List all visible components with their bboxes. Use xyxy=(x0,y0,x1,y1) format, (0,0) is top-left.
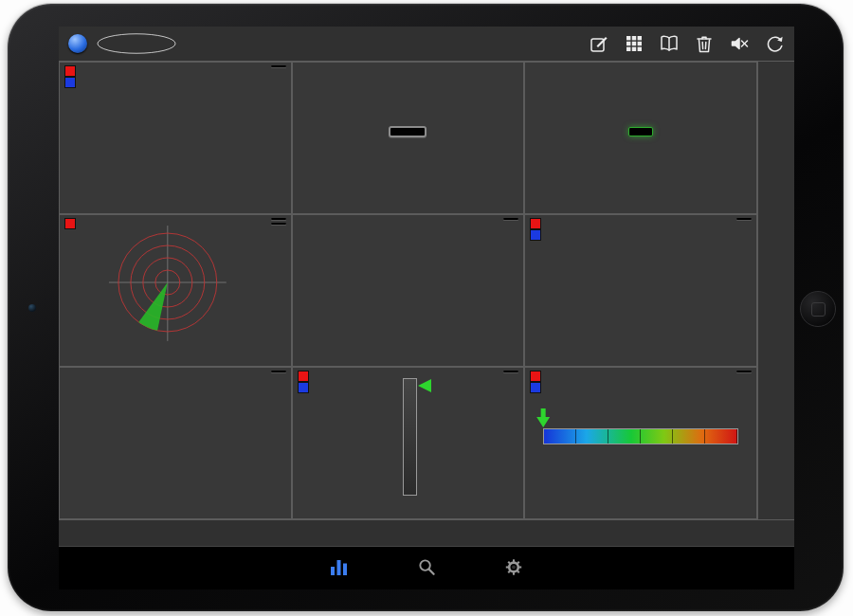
widget-a03[interactable] xyxy=(59,367,292,519)
ipad-bezel xyxy=(8,4,844,611)
status-orb-button[interactable] xyxy=(68,34,87,53)
search-icon xyxy=(417,558,436,576)
tab-live[interactable] xyxy=(312,558,367,578)
book-icon[interactable] xyxy=(659,33,680,54)
keypad-icon[interactable] xyxy=(624,33,644,54)
temp3-bar-track xyxy=(403,378,417,496)
widget-water-flow[interactable] xyxy=(524,62,757,214)
widget-humidity[interactable] xyxy=(59,62,292,214)
side-rail xyxy=(757,62,794,519)
door-contact-chart xyxy=(295,217,522,352)
easemind-logo xyxy=(96,32,177,55)
dashboard xyxy=(59,61,794,519)
temp4-gradient-bar xyxy=(543,428,738,444)
widget-temp3[interactable] xyxy=(292,367,525,519)
temp3-value-arrow xyxy=(418,379,431,392)
edit-icon[interactable] xyxy=(589,33,609,54)
widget-grid xyxy=(59,62,757,519)
alarm-bar xyxy=(59,519,794,547)
humidity-gauge xyxy=(62,64,289,199)
app-screen xyxy=(59,27,794,589)
widget-a01[interactable] xyxy=(59,214,292,367)
widget-temp2[interactable] xyxy=(524,214,757,367)
counter-display-frame xyxy=(628,127,653,136)
front-camera xyxy=(28,304,36,312)
tab-history[interactable] xyxy=(399,558,454,578)
radar-display xyxy=(62,217,289,352)
tab-system[interactable] xyxy=(486,558,541,578)
live-bars-icon xyxy=(330,558,349,576)
widget-temp4[interactable] xyxy=(524,367,757,519)
home-button[interactable] xyxy=(800,291,836,327)
a03-trend-chart xyxy=(62,370,289,504)
gear-icon xyxy=(504,558,523,576)
toolbar xyxy=(59,27,794,61)
trash-icon[interactable] xyxy=(694,33,715,54)
refresh-icon[interactable] xyxy=(764,33,785,54)
temp2-gauge xyxy=(527,217,754,352)
widget-temp1[interactable] xyxy=(292,62,525,214)
temp4-value-arrow xyxy=(536,408,550,427)
digital-display-frame xyxy=(389,126,426,137)
mute-icon[interactable] xyxy=(729,33,750,54)
toolbar-icons xyxy=(589,33,785,54)
tab-bar xyxy=(59,547,794,589)
temp3-scale xyxy=(367,379,395,495)
widget-door-contact[interactable] xyxy=(292,214,525,367)
temp4-bar-widget xyxy=(543,404,738,470)
